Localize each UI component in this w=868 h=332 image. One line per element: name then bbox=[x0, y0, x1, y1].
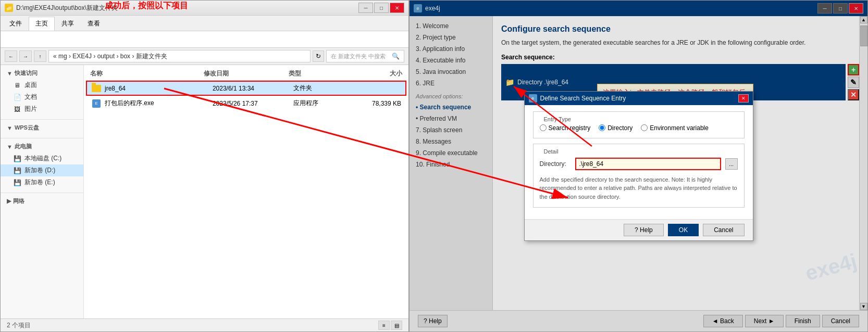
file-row-jre8-64[interactable]: jre8_64 2023/6/1 13:34 文件夹 bbox=[86, 81, 406, 96]
sidebar-item-drive-e[interactable]: 💾 新加卷 (E:) bbox=[1, 176, 83, 188]
tab-home[interactable]: 主页 bbox=[29, 17, 55, 31]
browse-button[interactable]: ... bbox=[725, 158, 738, 170]
minimize-button[interactable]: ─ bbox=[358, 3, 373, 13]
sidebar-item-label: 新加卷 (E:) bbox=[24, 178, 55, 187]
desktop-icon: 🖥 bbox=[13, 82, 21, 89]
network-header[interactable]: ▶ 网络 bbox=[1, 195, 83, 207]
col-size: 大小 bbox=[345, 69, 402, 78]
dialog-cancel-button[interactable]: Cancel bbox=[703, 224, 744, 236]
col-date: 修改日期 bbox=[204, 69, 289, 78]
sidebar-item-label: 本地磁盘 (C:) bbox=[24, 154, 61, 163]
close-button[interactable]: ✕ bbox=[390, 3, 404, 13]
search-placeholder: 在 新建文件夹 中搜索 bbox=[331, 53, 386, 60]
search-icon: 🔍 bbox=[392, 53, 400, 60]
tab-view[interactable]: 查看 bbox=[81, 17, 107, 31]
top-annotation: 成功后，按照以下项目 bbox=[105, 1, 188, 11]
dialog-footer: ? Help OK Cancel bbox=[525, 219, 753, 240]
file-size: 78,339 KB bbox=[348, 100, 401, 107]
radio-env-variable[interactable]: Environment variable bbox=[641, 124, 709, 132]
up-button[interactable]: ↑ bbox=[34, 50, 46, 62]
file-date: 2023/5/26 17:37 bbox=[213, 100, 293, 107]
back-button[interactable]: ← bbox=[5, 50, 17, 62]
note-text: Add the specified directory to the searc… bbox=[540, 173, 738, 203]
window-controls: ─ □ ✕ bbox=[358, 3, 404, 13]
file-name: jre8_64 bbox=[105, 85, 213, 92]
sidebar-item-documents[interactable]: 📄 文档 bbox=[1, 91, 83, 103]
col-type: 类型 bbox=[289, 69, 345, 78]
directory-input[interactable] bbox=[575, 158, 721, 170]
detail-label: Detail bbox=[544, 148, 738, 155]
maximize-button[interactable]: □ bbox=[374, 3, 389, 13]
dialog-close-button[interactable]: ✕ bbox=[738, 94, 749, 103]
sidebar-item-drive-c[interactable]: 💾 本地磁盘 (C:) bbox=[1, 152, 83, 164]
chevron-icon: ▼ bbox=[7, 70, 13, 76]
breadcrumb[interactable]: « mg › EXE4J › output › box › 新建文件夹 bbox=[48, 50, 311, 62]
dialog-ok-button[interactable]: OK bbox=[668, 224, 699, 236]
file-list-header: 名称 修改日期 类型 大小 bbox=[86, 67, 406, 81]
address-bar: ← → ↑ « mg › EXE4J › output › box › 新建文件… bbox=[1, 48, 408, 65]
this-pc-header[interactable]: ▼ 此电脑 bbox=[1, 141, 83, 152]
sidebar-item-pictures[interactable]: 🖼 图片 bbox=[1, 103, 83, 115]
file-row-exe[interactable]: E 打包后的程序.exe 2023/5/26 17:37 应用程序 78,339… bbox=[86, 96, 406, 111]
explorer-window-title: D:\mg\EXE4J\output\box\新建文件夹 bbox=[16, 4, 118, 12]
wps-cloud-header[interactable]: ▼ WPS云盘 bbox=[1, 122, 83, 134]
search-box[interactable]: 在 新建文件夹 中搜索 🔍 bbox=[326, 50, 404, 62]
radio-row: Search registry Directory Environment va… bbox=[540, 122, 738, 134]
documents-icon: 📄 bbox=[13, 94, 21, 101]
radio-directory-input[interactable] bbox=[599, 124, 605, 131]
tab-file[interactable]: 文件 bbox=[3, 17, 29, 31]
folder-icon bbox=[91, 84, 102, 93]
exe4j-window: e exe4j ─ □ ✕ 1. Welcome 2. Project type… bbox=[409, 0, 868, 332]
file-name: 打包后的程序.exe bbox=[105, 99, 213, 108]
forward-button[interactable]: → bbox=[19, 50, 32, 62]
explorer-titlebar: 📁 D:\mg\EXE4J\output\box\新建文件夹 ─ □ ✕ bbox=[1, 1, 408, 16]
sidebar-item-label: 新加卷 (D:) bbox=[24, 166, 55, 175]
wps-cloud-label: WPS云盘 bbox=[15, 124, 39, 132]
radio-registry-label: Search registry bbox=[549, 124, 591, 132]
radio-search-registry[interactable]: Search registry bbox=[540, 124, 591, 132]
quick-access-label: 快速访问 bbox=[15, 69, 38, 77]
directory-row: Directory: ... bbox=[540, 155, 738, 173]
drive-icon: 💾 bbox=[13, 179, 21, 186]
dialog-icon: e bbox=[529, 94, 537, 103]
sidebar-item-label: 图片 bbox=[24, 105, 37, 113]
ribbon: 文件 主页 共享 查看 bbox=[1, 16, 408, 48]
radio-registry-input[interactable] bbox=[540, 124, 547, 131]
file-date: 2023/6/1 13:34 bbox=[213, 85, 293, 92]
dialog-title: Define Search Sequence Entry bbox=[540, 95, 626, 102]
sidebar-item-drive-d[interactable]: 💾 新加卷 (D:) bbox=[1, 164, 83, 176]
explorer-window: 成功后，按照以下项目 📁 D:\mg\EXE4J\output\box\新建文件… bbox=[0, 0, 409, 332]
dialog-help-button[interactable]: ? Help bbox=[624, 224, 664, 236]
list-view-button[interactable]: ≡ bbox=[378, 321, 390, 330]
drive-icon: 💾 bbox=[13, 167, 21, 174]
define-search-dialog: e Define Search Sequence Entry ✕ Entry T… bbox=[524, 91, 753, 241]
dialog-overlay: e Define Search Sequence Entry ✕ Entry T… bbox=[410, 1, 867, 331]
refresh-button[interactable]: ↻ bbox=[313, 50, 324, 62]
pictures-icon: 🖼 bbox=[13, 106, 21, 113]
detail-group: Detail Directory: ... Add the specified … bbox=[533, 144, 745, 208]
chevron-icon: ▼ bbox=[7, 125, 13, 131]
sidebar: ▼ 快速访问 🖥 桌面 📄 文档 🖼 图片 ▼ bbox=[1, 65, 84, 318]
dialog-titlebar: e Define Search Sequence Entry ✕ bbox=[525, 92, 753, 105]
radio-env-label: Environment variable bbox=[650, 124, 709, 132]
item-count: 2 个项目 bbox=[7, 321, 31, 330]
detail-view-button[interactable]: ▤ bbox=[391, 321, 402, 330]
sidebar-item-label: 桌面 bbox=[24, 81, 37, 90]
entry-type-label: Entry Type bbox=[544, 116, 738, 122]
tab-share[interactable]: 共享 bbox=[55, 17, 81, 31]
chevron-icon: ▶ bbox=[7, 198, 11, 205]
sidebar-item-desktop[interactable]: 🖥 桌面 bbox=[1, 79, 83, 91]
file-list: 名称 修改日期 类型 大小 jre8_64 2023/6/1 13:34 文件夹… bbox=[84, 65, 408, 318]
sidebar-item-label: 文档 bbox=[24, 93, 37, 101]
quick-access-header[interactable]: ▼ 快速访问 bbox=[1, 67, 83, 79]
exe-icon: E bbox=[91, 99, 102, 108]
status-bar: 2 个项目 ≡ ▤ bbox=[1, 318, 408, 331]
radio-env-input[interactable] bbox=[641, 124, 648, 131]
col-name: 名称 bbox=[90, 69, 204, 78]
this-pc-label: 此电脑 bbox=[15, 143, 32, 150]
chevron-icon: ▼ bbox=[7, 144, 13, 150]
directory-label: Directory: bbox=[540, 160, 571, 168]
file-type: 应用程序 bbox=[293, 99, 347, 108]
radio-directory[interactable]: Directory bbox=[599, 124, 633, 132]
network-label: 网络 bbox=[13, 197, 24, 205]
